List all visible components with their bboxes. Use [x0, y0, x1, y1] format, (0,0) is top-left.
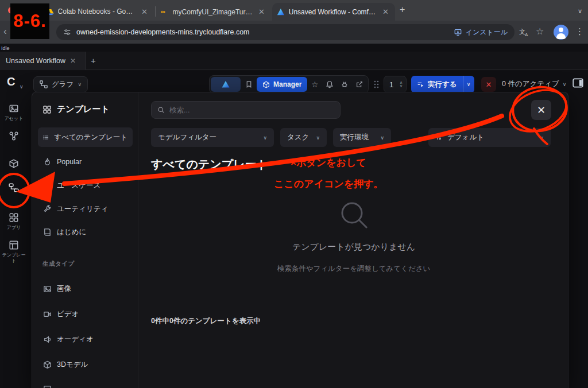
- nav-item-label: ユースケース: [57, 181, 100, 191]
- dialog-left-nav: テンプレート すべてのテンプレート Popular ユースケース ユーティリティ: [32, 92, 138, 388]
- nav-item-utilities[interactable]: ユーティリティ: [38, 199, 133, 219]
- drag-handle-icon[interactable]: [373, 80, 380, 89]
- stepper-down-icon[interactable]: ∨: [400, 84, 403, 88]
- star-icon[interactable]: ☆: [307, 77, 322, 92]
- nav-item-image[interactable]: 画像: [38, 279, 133, 298]
- nav-item-label: 画像: [57, 284, 71, 294]
- template-search[interactable]: [151, 101, 341, 119]
- browser-tab-comfyui-notebook[interactable]: ∞ myComfyUI_ZimageTurbo_v0 ✕: [156, 3, 271, 21]
- tab-close-icon[interactable]: ✕: [140, 7, 149, 16]
- toolbar-center-group: Manager ☆: [209, 75, 369, 94]
- bug-icon[interactable]: [337, 77, 352, 92]
- share-icon[interactable]: [352, 77, 367, 92]
- tab-close-icon[interactable]: ✕: [381, 7, 390, 16]
- briefcase-icon: [43, 181, 52, 190]
- active-jobs-dropdown[interactable]: 0 件のアクティブ ∨: [502, 79, 566, 89]
- url-text: owned-emission-developments-mins.tryclou…: [76, 28, 250, 36]
- sidebar-item-nodes[interactable]: [0, 131, 28, 143]
- comfyui-app: Idle Unsaved Workflow ✕ + C ∨ グラフ ∨: [0, 44, 588, 388]
- tab-search-chevron-icon[interactable]: ∨: [578, 7, 582, 15]
- sidebar-item-workflows[interactable]: [0, 183, 28, 195]
- screen: Colab Notebooks - Google ド ✕ ∞ myComfyUI…: [0, 0, 588, 388]
- workflows-icon: [9, 183, 19, 193]
- translate-icon[interactable]: 文A: [519, 27, 529, 37]
- tab-label: Colab Notebooks - Google ド: [58, 7, 136, 17]
- tab-label: Unsaved Workflow - ComfyUI: [289, 8, 377, 16]
- cancel-run-button[interactable]: ✕: [481, 77, 496, 92]
- nav-item-3d-model[interactable]: 3Dモデル: [38, 355, 133, 374]
- site-info-icon[interactable]: [63, 28, 71, 36]
- browser-tab-unsaved-workflow[interactable]: Unsaved Workflow - ComfyUI ✕: [272, 3, 395, 21]
- bell-icon[interactable]: [322, 77, 337, 92]
- browser-tabstrip: Colab Notebooks - Google ド ✕ ∞ myComfyUI…: [0, 0, 588, 21]
- nav-item-label: Popular: [57, 158, 82, 166]
- sort-label: デフォルト: [447, 133, 484, 142]
- empty-state-title: テンプレートが見つかりません: [138, 242, 569, 253]
- logo-chevron-icon[interactable]: ∨: [20, 84, 24, 90]
- empty-state-subtitle: 検索条件やフィルターを調整してみてください: [138, 264, 569, 274]
- comfy-logo-button[interactable]: [211, 77, 241, 92]
- sidebar-item-templates[interactable]: テンプレート: [0, 240, 28, 263]
- omnibox[interactable]: owned-emission-developments-mins.tryclou…: [56, 24, 514, 40]
- sort-dropdown[interactable]: デフォルト ∨: [428, 128, 551, 147]
- back-icon[interactable]: ‹: [3, 26, 7, 37]
- apps-icon: [9, 212, 19, 223]
- dialog-title: テンプレート: [57, 104, 110, 115]
- comfyui-favicon: [277, 8, 285, 16]
- grid-icon: [42, 105, 52, 114]
- nav-item-audio[interactable]: オーディオ: [38, 329, 133, 349]
- browser-tab-colab-notebooks[interactable]: Colab Notebooks - Google ド ✕: [41, 3, 154, 21]
- run-button[interactable]: 実行する: [411, 76, 463, 93]
- nav-item-partial[interactable]: [38, 379, 133, 388]
- runtime-filter-dropdown[interactable]: 実行環境 ∨: [333, 128, 391, 147]
- manager-button[interactable]: Manager: [257, 77, 307, 92]
- tab-close-icon[interactable]: ✕: [257, 7, 266, 16]
- new-tab-button[interactable]: +: [400, 5, 405, 15]
- nav-item-label: ビデオ: [57, 309, 79, 319]
- search-input[interactable]: [169, 106, 334, 114]
- install-button[interactable]: インストール: [454, 28, 508, 37]
- nav-item-use-cases[interactable]: ユースケース: [38, 176, 133, 195]
- workflow-tab[interactable]: Unsaved Workflow ✕: [0, 52, 86, 70]
- close-x-icon: ✕: [537, 104, 546, 117]
- models-icon: [9, 158, 19, 169]
- task-filter-dropdown[interactable]: タスク ∨: [280, 128, 327, 147]
- list-icon: [43, 133, 49, 142]
- sidebar-item-assets[interactable]: アセット: [0, 103, 28, 122]
- svg-text:∞: ∞: [161, 8, 165, 15]
- install-label: インストール: [466, 28, 508, 37]
- sidebar-item-label: アセット: [5, 116, 24, 122]
- nav-item-video[interactable]: ビデオ: [38, 304, 133, 324]
- workflow-tab-close-icon[interactable]: ✕: [70, 57, 76, 65]
- graph-menu-button[interactable]: グラフ ∨: [33, 76, 88, 92]
- run-options-chevron-icon[interactable]: ∨: [463, 76, 474, 93]
- chevron-down-icon: ∨: [380, 135, 384, 141]
- comfyui-logo[interactable]: C: [7, 75, 15, 88]
- avatar[interactable]: [554, 25, 568, 40]
- mac-close-button[interactable]: [8, 7, 15, 14]
- bookmark-button[interactable]: [241, 77, 257, 92]
- nodes-icon: [9, 131, 19, 141]
- batch-count-stepper[interactable]: 1 ∧ ∨: [384, 76, 407, 93]
- nav-item-label: すべてのテンプレート: [54, 133, 127, 142]
- nav-item-popular[interactable]: Popular: [38, 152, 133, 172]
- panel-toggle-icon[interactable]: [572, 78, 583, 88]
- nav-item-label: オーディオ: [57, 335, 94, 344]
- mac-minimize-button[interactable]: [18, 7, 25, 14]
- run-button-group: 実行する ∨: [411, 76, 474, 93]
- colab-favicon: ∞: [161, 8, 169, 16]
- results-count: 0件中0件のテンプレートを表示中: [151, 316, 261, 326]
- nav-item-label: はじめに: [57, 227, 86, 237]
- browser-menu-icon[interactable]: ⋮: [575, 26, 584, 37]
- sidebar-item-models[interactable]: [0, 158, 28, 171]
- new-workflow-button[interactable]: +: [91, 56, 96, 65]
- dialog-close-button[interactable]: ✕: [531, 100, 551, 120]
- filter-label: タスク: [287, 133, 309, 142]
- video-icon: [43, 310, 52, 319]
- nav-item-all-templates[interactable]: すべてのテンプレート: [38, 127, 133, 147]
- sidebar-item-apps[interactable]: アプリ: [0, 212, 28, 231]
- sidebar-item-label: テンプレート: [0, 253, 28, 263]
- nav-item-getting-started[interactable]: はじめに: [38, 222, 133, 242]
- bookmark-star-icon[interactable]: ☆: [536, 26, 544, 37]
- model-filter-dropdown[interactable]: モデルフィルター ∨: [151, 128, 274, 147]
